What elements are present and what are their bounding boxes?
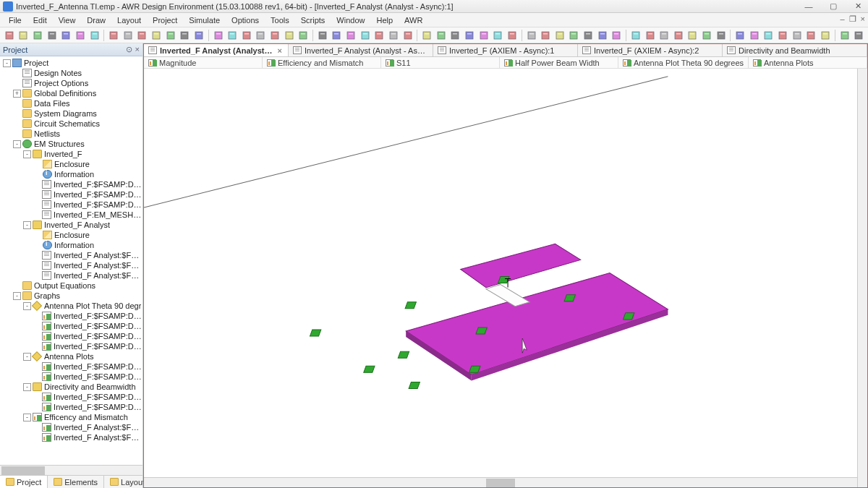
toolbar-button-8[interactable] [122,29,135,42]
minimize-button[interactable]: — [801,1,816,12]
toolbar-button-31[interactable] [463,29,476,42]
tree-node[interactable]: Output Equations [0,281,142,291]
tree-expander-icon[interactable]: - [23,353,31,361]
toolbar-button-15[interactable] [226,29,239,42]
menu-scripts[interactable]: Scripts [295,16,331,25]
toolbar-button-16[interactable] [240,29,253,42]
doc-minimize-button[interactable]: – [840,14,844,24]
tree-node[interactable]: -Graphs [0,291,142,301]
tree-node[interactable]: Inverted_F Analyst:$FSAM [0,432,142,442]
design-canvas[interactable] [144,69,857,477]
tree-node[interactable]: Inverted_F:EM_MESH(1,1, [0,210,142,220]
toolbar-button-13[interactable] [192,29,205,42]
panel-close-icon[interactable]: × [135,45,140,54]
toolbar-button-9[interactable] [136,29,149,42]
toolbar-button-29[interactable] [435,29,448,42]
tree-node[interactable]: System Diagrams [0,108,142,119]
toolbar-button-34[interactable] [506,29,519,42]
toolbar-button-2[interactable] [31,29,44,42]
tree-expander-icon[interactable]: - [3,59,11,67]
toolbar-button-57[interactable] [852,29,865,42]
toolbar-button-33[interactable] [492,29,505,42]
tree-node[interactable]: -Antenna Plot Theta 90 degr [0,301,142,311]
toolbar-button-32[interactable] [477,29,490,42]
document-tab[interactable]: Inverted_F Analyst (Analyst - Asyn... [289,44,433,56]
menu-simulate[interactable]: Simulate [183,16,226,25]
tree-node[interactable]: Inverted_F:$FSAMP:DB(|C [0,331,142,341]
toolbar-button-37[interactable] [553,29,566,42]
tree-expander-icon[interactable]: - [23,302,31,310]
tree-node[interactable]: Enclosure [0,159,142,169]
tree-expander-icon[interactable]: - [13,140,21,148]
tree-node[interactable]: Information [0,240,142,250]
menu-view[interactable]: View [53,16,82,25]
toolbar-button-38[interactable] [568,29,581,42]
toolbar-button-3[interactable] [46,29,59,42]
toolbar-button-39[interactable] [582,29,595,42]
canvas-hscroll[interactable] [144,477,857,487]
menu-edit[interactable]: Edit [27,16,53,25]
tree-node[interactable]: -Directivity and Beamwidth [0,382,142,392]
toolbar-button-25[interactable] [373,29,386,42]
canvas-vscroll[interactable] [857,69,867,487]
tree-node[interactable]: Inverted_F:$FSAMP:DB(|C [0,341,142,351]
menu-layout[interactable]: Layout [111,16,147,25]
maximize-button[interactable]: ▢ [826,1,841,12]
toolbar-button-14[interactable] [212,29,225,42]
document-tab[interactable]: Directivity and Beamwidth [723,44,867,56]
tree-node[interactable]: Enclosure [0,230,142,240]
toolbar-button-52[interactable] [776,29,789,42]
toolbar-button-56[interactable] [838,29,851,42]
document-tab[interactable]: Inverted_F (AXIEM - Async):2 [578,44,723,56]
menu-draw[interactable]: Draw [81,16,111,25]
toolbar-button-54[interactable] [805,29,818,42]
toolbar-button-42[interactable] [629,29,642,42]
toolbar-button-50[interactable] [748,29,761,42]
toolbar-button-40[interactable] [596,29,609,42]
toolbar-button-44[interactable] [658,29,671,42]
toolbar-button-55[interactable] [819,29,832,42]
tree-node[interactable]: Inverted_F:$FSAMP:DB(|Al [0,189,142,200]
toolbar-button-28[interactable] [420,29,433,42]
tree-expander-icon[interactable]: - [13,292,21,300]
tree-expander-icon[interactable]: - [23,221,31,229]
menu-window[interactable]: Window [331,16,370,25]
toolbar-button-17[interactable] [255,29,268,42]
tree-node[interactable]: Inverted_F Analyst:$FSAM [0,422,142,432]
tree-node[interactable]: Inverted_F Analyst:$FSAM [0,250,142,260]
toolbar-button-6[interactable] [88,29,101,42]
menu-project[interactable]: Project [147,16,183,25]
tree-node[interactable]: Circuit Schematics [0,119,142,129]
tree-node[interactable]: -Efficency and Mismatch [0,412,142,422]
tab-close-icon[interactable]: × [276,46,284,55]
toolbar-button-53[interactable] [791,29,804,42]
tree-node[interactable]: Inverted_F:$FSAMP:DB(|C [0,361,142,372]
tree-node[interactable]: +Global Definitions [0,88,142,98]
toolbar-button-1[interactable] [17,29,30,42]
menu-help[interactable]: Help [370,16,399,25]
menu-options[interactable]: Options [226,16,265,25]
sidebar-tab-elements[interactable]: Elements [48,476,104,488]
toolbar-button-7[interactable] [107,29,120,42]
tree-node[interactable]: Netlists [0,129,142,139]
tree-node[interactable]: Inverted_F:$FSAMP:DB(|Al [0,179,142,189]
tree-node[interactable]: Information [0,169,142,179]
doc-restore-button[interactable]: ❐ [849,14,856,24]
toolbar-button-24[interactable] [359,29,372,42]
menu-file[interactable]: File [3,16,27,25]
sub-tab[interactable]: S11 [381,57,500,68]
tree-expander-icon[interactable]: - [23,383,31,391]
document-tab[interactable]: Inverted_F Analyst (Analyst - ...× [144,44,289,56]
tree-node[interactable]: Inverted_F:$FSAMP:DB(|P [0,402,142,412]
tree-node[interactable]: Inverted_F Analyst:$FSAM [0,270,142,281]
toolbar-button-12[interactable] [178,29,191,42]
toolbar-button-51[interactable] [762,29,775,42]
menu-awr[interactable]: AWR [399,16,428,25]
tree-node[interactable]: Data Files [0,98,142,108]
tree-node[interactable]: Inverted_F Analyst:$FSAM [0,260,142,270]
panel-pin-icon[interactable]: ⊙ [126,45,132,54]
toolbar-button-10[interactable] [150,29,163,42]
toolbar-button-21[interactable] [316,29,329,42]
toolbar-button-22[interactable] [331,29,344,42]
tree-expander-icon[interactable]: + [13,90,21,98]
